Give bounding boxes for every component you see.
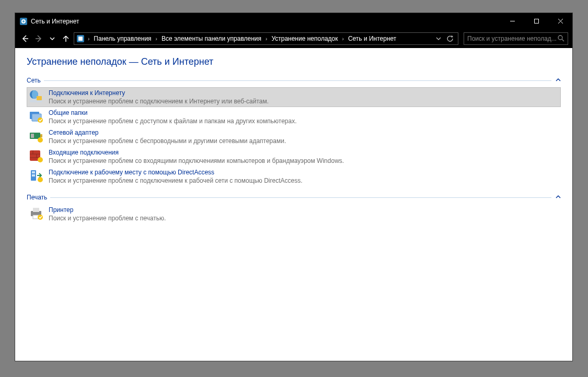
- maximize-button[interactable]: [524, 13, 548, 29]
- search-input[interactable]: [467, 35, 557, 42]
- svg-rect-21: [40, 134, 42, 137]
- section-divider: [44, 80, 551, 81]
- item-description: Поиск и устранение проблем с подключение…: [49, 176, 303, 185]
- svg-rect-31: [32, 174, 35, 176]
- chevron-right-icon[interactable]: ›: [154, 36, 159, 42]
- address-bar[interactable]: › Панель управления › Все элементы панел…: [74, 32, 458, 45]
- section-label: Сеть: [27, 77, 44, 84]
- svg-point-11: [558, 36, 562, 40]
- close-button[interactable]: [548, 13, 572, 29]
- svg-rect-20: [31, 134, 34, 138]
- troubleshooter-item[interactable]: Общие папкиПоиск и устранение проблем с …: [27, 107, 561, 127]
- section-header[interactable]: Сеть: [27, 77, 561, 84]
- svg-rect-10: [78, 37, 83, 41]
- chevron-right-icon[interactable]: ›: [86, 36, 91, 42]
- item-title: Принтер: [49, 206, 166, 214]
- section-divider: [50, 197, 551, 198]
- svg-point-28: [38, 157, 43, 162]
- up-button[interactable]: [60, 33, 72, 44]
- crumb-control-panel[interactable]: Панель управления: [91, 35, 153, 42]
- troubleshooter-item[interactable]: ПринтерПоиск и устранение проблем с печа…: [27, 204, 561, 224]
- svg-point-22: [38, 137, 43, 143]
- item-title: Общие папки: [49, 109, 296, 117]
- forward-button[interactable]: [33, 33, 44, 44]
- troubleshooter-item[interactable]: Входящие подключенияПоиск и устранение п…: [27, 147, 561, 167]
- content-area: Устранение неполадок — Сеть и Интернет С…: [15, 48, 572, 361]
- page-title: Устранение неполадок — Сеть и Интернет: [27, 56, 561, 67]
- printer-icon: [29, 206, 43, 220]
- item-description: Поиск и устранение проблем с беспроводны…: [49, 137, 286, 145]
- folder-icon: [29, 109, 43, 123]
- window-title: Сеть и Интернет: [31, 18, 79, 25]
- directaccess-icon: [29, 168, 43, 183]
- troubleshooter-item[interactable]: Подключения к ИнтернетуПоиск и устранени…: [27, 87, 561, 107]
- svg-rect-34: [33, 208, 39, 212]
- navbar: › Панель управления › Все элементы панел…: [15, 29, 572, 48]
- chevron-right-icon[interactable]: ›: [340, 36, 346, 42]
- titlebar: Сеть и Интернет: [15, 13, 572, 29]
- item-title: Сетевой адаптер: [49, 128, 286, 137]
- crumb-troubleshooting[interactable]: Устранение неполадок: [269, 35, 340, 42]
- firewall-icon: [29, 148, 43, 163]
- item-description: Поиск и устранение проблем со входящими …: [49, 157, 344, 165]
- back-button[interactable]: [19, 33, 31, 44]
- item-description: Поиск и устранение проблем с подключение…: [49, 97, 269, 105]
- chevron-up-icon[interactable]: [551, 194, 561, 201]
- svg-point-18: [38, 117, 43, 123]
- globe-icon: [29, 89, 43, 103]
- crumb-network-internet[interactable]: Сеть и Интернет: [346, 35, 398, 42]
- chevron-up-icon[interactable]: [551, 77, 561, 84]
- adapter-icon: [29, 128, 43, 143]
- troubleshooter-item[interactable]: Сетевой адаптерПоиск и устранение пробле…: [27, 127, 561, 147]
- recent-locations-button[interactable]: [47, 33, 58, 44]
- item-title: Подключение к рабочему месту с помощью D…: [49, 168, 303, 176]
- section-label: Печать: [27, 194, 50, 201]
- app-icon: [19, 17, 28, 26]
- item-title: Входящие подключения: [49, 148, 344, 157]
- item-title: Подключения к Интернету: [49, 89, 269, 97]
- search-box[interactable]: [464, 32, 568, 45]
- address-dropdown-button[interactable]: [433, 33, 444, 44]
- window-frame: Сеть и Интернет: [15, 13, 573, 361]
- location-icon: [76, 34, 85, 43]
- refresh-button[interactable]: [444, 33, 456, 44]
- section-header[interactable]: Печать: [27, 194, 561, 201]
- svg-line-12: [562, 39, 564, 41]
- svg-rect-30: [32, 171, 35, 173]
- item-description: Поиск и устранение проблем с печатью.: [49, 214, 166, 222]
- troubleshooter-item[interactable]: Подключение к рабочему месту с помощью D…: [27, 167, 561, 186]
- item-description: Поиск и устранение проблем с доступом к …: [49, 117, 296, 125]
- svg-point-32: [38, 177, 43, 182]
- minimize-button[interactable]: [500, 13, 524, 29]
- chevron-right-icon[interactable]: ›: [263, 36, 269, 42]
- search-icon: [557, 34, 564, 43]
- svg-rect-15: [37, 96, 42, 100]
- svg-point-36: [38, 215, 43, 220]
- svg-point-2: [22, 20, 25, 22]
- svg-rect-4: [534, 19, 538, 23]
- crumb-all-items[interactable]: Все элементы панели управления: [159, 35, 263, 42]
